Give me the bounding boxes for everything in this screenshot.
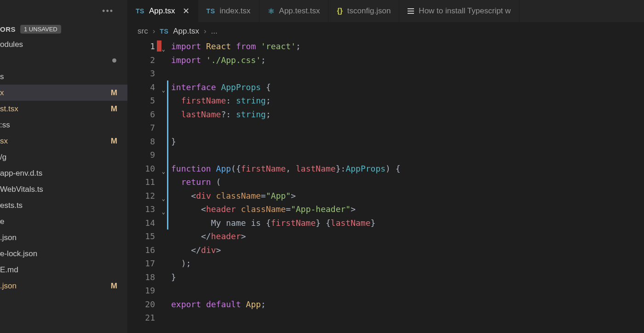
code-line[interactable]: 15 </header> <box>127 230 644 243</box>
code-line[interactable]: 10⌄function App({firstName, lastName}:Ap… <box>127 162 644 176</box>
code-line[interactable]: 6 lastName?: string; <box>127 108 644 121</box>
code-content[interactable] <box>168 67 171 80</box>
code-content[interactable]: ); <box>168 257 191 270</box>
code-content[interactable]: firstName: string; <box>168 94 271 108</box>
file-tree-item[interactable]: sxM <box>0 133 127 149</box>
line-number[interactable]: 21 <box>127 311 167 325</box>
line-number[interactable]: 17 <box>127 257 167 270</box>
code-line[interactable]: 3 <box>127 67 644 80</box>
code-line[interactable]: 17 ); <box>127 257 644 270</box>
file-tree-item[interactable] <box>0 52 127 69</box>
line-number[interactable]: 1⌄ <box>127 40 167 53</box>
open-editors-header[interactable]: ORS 1 UNSAVED <box>0 22 127 36</box>
code-content[interactable]: } <box>168 135 176 149</box>
code-content[interactable]: export default App; <box>168 298 266 311</box>
file-tree-item[interactable]: WebVitals.ts <box>0 181 127 197</box>
file-tree-item[interactable]: :ss <box>0 117 127 133</box>
code-line[interactable]: 5 firstName: string; <box>127 94 644 108</box>
line-number[interactable]: 14 <box>127 216 167 230</box>
line-number[interactable]: 19 <box>127 284 167 298</box>
line-number[interactable]: 8 <box>127 135 167 149</box>
code-line[interactable]: 13⌄ <header className="App-header"> <box>127 202 644 216</box>
code-line[interactable]: 14 My name is {firstName} {lastName} <box>127 216 644 230</box>
code-line[interactable]: 2import './App.css'; <box>127 53 644 67</box>
file-tree-item[interactable]: E.md <box>0 262 127 278</box>
code-line[interactable]: 1⌄import React from 'react'; <box>127 40 644 53</box>
code-content[interactable]: } <box>168 270 176 284</box>
line-number[interactable]: 16 <box>127 243 167 257</box>
file-tree-item[interactable]: s <box>0 69 127 85</box>
breadcrumb-suffix[interactable]: ... <box>211 27 218 36</box>
code-content[interactable]: return ( <box>168 175 221 189</box>
code-line[interactable]: 11 return ( <box>127 175 644 189</box>
editor-tab[interactable]: TSApp.tsx✕ <box>127 0 198 22</box>
code-line[interactable]: 7 <box>127 121 644 135</box>
code-content[interactable]: </div> <box>168 243 221 257</box>
file-tree-item[interactable]: .jsonM <box>0 278 127 294</box>
code-line[interactable]: 9 <box>127 148 644 162</box>
line-number[interactable]: 10⌄ <box>127 162 167 176</box>
line-number[interactable]: 18 <box>127 270 167 284</box>
code-content[interactable] <box>168 284 171 298</box>
file-tree-item[interactable]: ests.ts <box>0 197 127 213</box>
code-line[interactable]: 18} <box>127 270 644 284</box>
file-tree-item[interactable]: xM <box>0 85 127 101</box>
code-content[interactable]: My name is {firstName} {lastName} <box>168 216 375 230</box>
line-number[interactable]: 7 <box>127 121 167 135</box>
editor-tab[interactable]: TSindex.tsx <box>198 0 259 22</box>
file-tree-item[interactable]: e <box>0 213 127 230</box>
code-line[interactable]: 4⌄interface AppProps { <box>127 80 644 94</box>
file-tree-item[interactable]: e-lock.json <box>0 246 127 262</box>
code-content[interactable] <box>168 121 171 135</box>
code-content[interactable]: function App({firstName, lastName}:AppPr… <box>168 162 401 176</box>
code-content[interactable] <box>168 311 171 325</box>
breadcrumb-folder[interactable]: src <box>138 27 148 36</box>
code-content[interactable]: lastName?: string; <box>168 108 271 121</box>
line-number[interactable]: 3 <box>127 67 167 80</box>
line-number[interactable]: 11 <box>127 175 167 189</box>
line-number[interactable]: 4⌄ <box>127 80 167 94</box>
line-number[interactable]: 6 <box>127 108 167 121</box>
code-line[interactable]: 8} <box>127 135 644 149</box>
editor-tab[interactable]: How to install Typescript w <box>399 0 519 22</box>
code-content[interactable]: </header> <box>168 230 246 243</box>
file-tree-item[interactable]: app-env.d.ts <box>0 165 127 181</box>
code-content[interactable]: interface AppProps { <box>168 80 271 94</box>
code-line[interactable]: 16 </div> <box>127 243 644 257</box>
line-number[interactable]: 5 <box>127 94 167 108</box>
code-content[interactable]: import React from 'react'; <box>168 40 301 53</box>
line-number[interactable]: 12⌄ <box>127 189 167 203</box>
editor-tab[interactable]: {}tsconfig.json <box>328 0 399 22</box>
typescript-icon: TS <box>207 7 215 15</box>
file-name: .json <box>0 281 17 291</box>
git-status: M <box>111 281 117 291</box>
json-icon: {} <box>337 7 342 15</box>
code-line[interactable]: 21 <box>127 311 644 325</box>
editor-tab[interactable]: ⚛App.test.tsx <box>259 0 329 22</box>
file-tree-item[interactable]: .json <box>0 230 127 246</box>
line-number[interactable]: 20 <box>127 298 167 311</box>
code-content[interactable] <box>168 148 171 162</box>
code-editor[interactable]: 1⌄import React from 'react';2import './A… <box>127 38 644 325</box>
code-line[interactable]: 12⌄ <div className="App"> <box>127 189 644 203</box>
breadcrumb-file[interactable]: App.tsx <box>173 27 199 36</box>
line-number[interactable]: 2 <box>127 53 167 67</box>
line-number[interactable]: 9 <box>127 148 167 162</box>
code-content[interactable]: <header className="App-header"> <box>168 202 356 216</box>
tab-label: How to install Typescript w <box>419 6 511 16</box>
code-line[interactable]: 19 <box>127 284 644 298</box>
open-editors-label: ORS <box>0 25 16 33</box>
code-line[interactable]: 20export default App; <box>127 298 644 311</box>
close-icon[interactable]: ✕ <box>183 6 190 16</box>
line-number[interactable]: 13⌄ <box>127 202 167 216</box>
typescript-icon: TS <box>160 28 168 35</box>
more-icon[interactable]: ••• <box>102 6 114 16</box>
file-tree-item[interactable]: /g <box>0 149 127 165</box>
line-number[interactable]: 15 <box>127 230 167 243</box>
git-status: M <box>111 88 117 98</box>
code-content[interactable]: import './App.css'; <box>168 53 266 67</box>
breadcrumb[interactable]: src › TS App.tsx › ... <box>127 22 644 38</box>
file-tree-item[interactable]: st.tsxM <box>0 101 127 117</box>
file-tree-item[interactable]: odules <box>0 36 127 52</box>
code-content[interactable]: <div className="App"> <box>168 189 296 203</box>
